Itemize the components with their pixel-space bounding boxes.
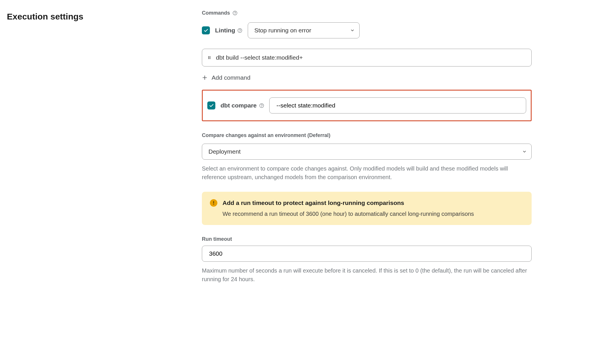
help-icon[interactable] [237,28,243,33]
svg-point-1 [235,14,235,14]
alert-title: Add a run timeout to protect against lon… [223,199,474,207]
linting-behavior-value: Stop running on error [254,26,311,35]
timeout-label: Run timeout [202,235,532,243]
compare-input[interactable] [276,102,520,109]
svg-point-13 [262,107,262,107]
linting-label-text: Linting [215,26,235,35]
help-icon[interactable] [232,10,237,15]
svg-point-5 [210,56,210,57]
command-input[interactable] [215,54,526,61]
svg-point-8 [208,58,209,59]
linting-behavior-select[interactable]: Stop running on error [248,22,360,38]
svg-point-4 [208,56,209,57]
drag-handle-icon[interactable] [207,56,211,60]
compare-input-wrap [269,97,526,113]
svg-point-7 [210,57,210,58]
compare-label: dbt compare [221,101,264,110]
page-title: Execution settings [7,10,202,23]
deferral-hint: Select an environment to compare code ch… [202,164,532,181]
commands-label-text: Commands [202,9,230,17]
svg-point-6 [208,57,209,58]
deferral-label: Compare changes against an environment (… [202,132,532,139]
add-command-label: Add command [212,73,250,82]
warning-icon: ! [210,199,217,207]
plus-icon [202,75,208,81]
add-command-button[interactable]: Add command [202,73,250,82]
commands-label: Commands [202,9,532,17]
timeout-hint: Maximum number of seconds a run will exe… [202,266,532,283]
compare-label-text: dbt compare [221,101,257,110]
timeout-alert: ! Add a run timeout to protect against l… [202,192,532,225]
alert-body: We recommend a run timeout of 3600 (one … [223,210,474,218]
timeout-input[interactable] [208,250,525,257]
help-icon[interactable] [259,103,264,108]
chevron-down-icon [522,149,527,154]
deferral-env-select[interactable]: Deployment [202,144,532,160]
linting-checkbox[interactable] [202,26,210,34]
compare-checkbox[interactable] [207,101,215,109]
compare-highlight-box: dbt compare [202,90,532,121]
command-input-row [202,49,532,66]
timeout-input-wrap [202,246,532,262]
deferral-env-value: Deployment [208,147,241,156]
svg-point-9 [210,58,210,59]
timeout-label-text: Run timeout [202,235,232,243]
svg-point-3 [240,32,240,32]
linting-label: Linting [215,26,243,35]
chevron-down-icon [350,28,355,33]
deferral-label-text: Compare changes against an environment (… [202,132,330,139]
